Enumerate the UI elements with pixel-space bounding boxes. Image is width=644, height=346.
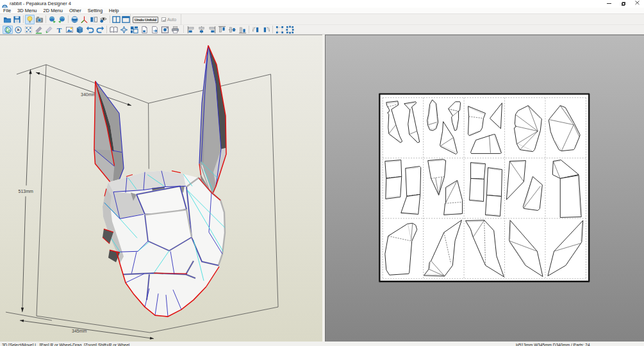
svg-glyph bbox=[120, 26, 128, 34]
mirror-view-icon[interactable] bbox=[89, 15, 99, 24]
arrange-parts-icon[interactable] bbox=[119, 26, 129, 34]
shape bbox=[385, 160, 402, 179]
print-icon[interactable] bbox=[170, 26, 180, 34]
rotate-view-left-icon[interactable] bbox=[47, 15, 57, 24]
page-setting-icon[interactable] bbox=[149, 26, 160, 34]
distribute-corners-icon[interactable] bbox=[274, 26, 285, 34]
pattern-part[interactable] bbox=[471, 163, 486, 179]
menu-file[interactable]: File bbox=[0, 8, 14, 13]
3d-model-view[interactable]: 513mm340mm345mm bbox=[0, 35, 322, 342]
rect-glyph bbox=[122, 16, 129, 17]
select-mesh-icon[interactable] bbox=[23, 26, 33, 34]
image-tool-icon[interactable] bbox=[64, 26, 74, 34]
align-right-icon[interactable] bbox=[206, 26, 217, 34]
shape bbox=[470, 179, 484, 202]
single-window-icon[interactable] bbox=[121, 15, 131, 24]
unfold-toolbar: Undo Unfold Auto bbox=[130, 14, 181, 25]
svg-glyph bbox=[151, 26, 159, 34]
pattern-part[interactable] bbox=[406, 167, 421, 197]
shape bbox=[21, 308, 24, 312]
flip-right-icon[interactable] bbox=[261, 26, 271, 34]
2d-pattern-view[interactable] bbox=[325, 35, 644, 342]
toolbar-main: Undo Unfold Auto bbox=[0, 14, 644, 25]
solid-view-icon[interactable] bbox=[70, 15, 79, 24]
minimize-button[interactable] bbox=[604, 0, 615, 8]
align-middle-v-icon[interactable] bbox=[227, 26, 237, 34]
undo-unfold-button[interactable]: Undo Unfold bbox=[133, 17, 158, 23]
rotate-view-right-icon[interactable] bbox=[57, 15, 67, 24]
rect-glyph bbox=[199, 30, 202, 32]
split-window-icon[interactable] bbox=[111, 15, 121, 24]
save-file-icon[interactable] bbox=[12, 15, 22, 24]
shape bbox=[271, 74, 279, 307]
toolbar-grip bbox=[183, 26, 184, 33]
svg-glyph bbox=[262, 26, 270, 34]
flip-left-icon[interactable] bbox=[251, 26, 261, 34]
pattern-part[interactable] bbox=[385, 160, 402, 179]
book-view-icon[interactable] bbox=[108, 26, 119, 34]
new-page-icon[interactable] bbox=[139, 26, 149, 34]
open-file-icon[interactable] bbox=[3, 15, 12, 24]
align-bottom-icon[interactable] bbox=[237, 26, 247, 34]
show-axis-icon[interactable] bbox=[79, 15, 89, 24]
status-model-info: H513mm W345mm D340mm / Parts: 24 bbox=[516, 342, 590, 346]
menu-help[interactable]: Help bbox=[106, 8, 122, 13]
rect-glyph bbox=[15, 21, 19, 22]
svg-glyph bbox=[208, 26, 216, 34]
path-glyph bbox=[97, 28, 102, 33]
light-toggle-icon[interactable] bbox=[25, 15, 35, 24]
redo-icon[interactable] bbox=[95, 26, 105, 34]
rect-glyph bbox=[133, 29, 138, 33]
auto-checkbox[interactable]: Auto bbox=[161, 17, 176, 22]
align-top-icon[interactable] bbox=[217, 26, 227, 34]
align-left-icon[interactable] bbox=[186, 26, 196, 34]
menu-bar: File3D Menu2D MenuOtherSettingHelp bbox=[0, 8, 644, 14]
path-glyph bbox=[17, 28, 20, 31]
menu-other[interactable]: Other bbox=[66, 8, 85, 13]
svg-glyph bbox=[96, 26, 104, 34]
shape bbox=[36, 72, 131, 106]
rect-glyph bbox=[286, 31, 288, 33]
select-move-icon[interactable] bbox=[3, 26, 13, 34]
pattern-part[interactable] bbox=[470, 179, 484, 202]
pattern-part[interactable] bbox=[386, 177, 402, 199]
texture-view-icon[interactable] bbox=[35, 15, 44, 24]
shape bbox=[471, 163, 486, 179]
layout-parts-icon[interactable] bbox=[129, 26, 139, 34]
rect-glyph bbox=[281, 26, 283, 28]
menu-setting[interactable]: Setting bbox=[85, 8, 106, 13]
dim-height-label: 513mm bbox=[18, 189, 33, 194]
rect-glyph bbox=[130, 30, 132, 33]
rect-glyph bbox=[166, 27, 167, 28]
app-icon bbox=[2, 1, 8, 7]
menu-2d-menu[interactable]: 2D Menu bbox=[40, 8, 66, 13]
undo-icon[interactable] bbox=[85, 26, 95, 34]
pattern-part[interactable] bbox=[560, 176, 581, 218]
toolbar-main-row bbox=[0, 14, 644, 24]
svg-glyph bbox=[276, 26, 284, 34]
svg-glyph bbox=[122, 15, 130, 24]
close-button[interactable] bbox=[632, 0, 643, 8]
menu-3d-menu[interactable]: 3D Menu bbox=[14, 8, 40, 13]
align-center-h-icon[interactable] bbox=[196, 26, 206, 34]
erase-line-icon[interactable] bbox=[44, 26, 54, 34]
pattern-part[interactable] bbox=[485, 195, 501, 216]
eye-view-icon[interactable] bbox=[99, 15, 108, 24]
shape bbox=[128, 103, 131, 106]
rect-glyph bbox=[95, 17, 97, 21]
rect-glyph bbox=[289, 31, 291, 33]
rect-glyph bbox=[222, 27, 224, 30]
shape bbox=[20, 320, 24, 322]
cube-tool-icon[interactable] bbox=[74, 26, 85, 34]
distribute-all-icon[interactable] bbox=[285, 26, 295, 34]
text-tool-icon[interactable]: T bbox=[54, 26, 64, 34]
path-glyph bbox=[152, 26, 156, 33]
maximize-button[interactable] bbox=[618, 0, 629, 8]
rect-glyph bbox=[276, 31, 277, 33]
draw-line-icon[interactable] bbox=[33, 26, 44, 34]
select-circle-icon[interactable] bbox=[13, 26, 23, 34]
pattern-part[interactable] bbox=[486, 168, 502, 197]
svg-glyph bbox=[3, 15, 12, 24]
circle-glyph bbox=[28, 29, 29, 30]
export-image-icon[interactable] bbox=[160, 26, 170, 34]
